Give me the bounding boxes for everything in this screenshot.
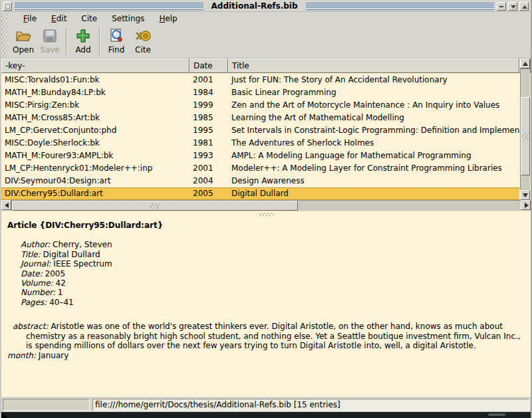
cell-key: MISC:Pirsig:Zen:bk bbox=[1, 100, 190, 110]
status-bar: file:///home/gerrit/Docs/thesis/Addition… bbox=[1, 397, 531, 412]
abstract-field: abstract: Aristotle was one of the world… bbox=[7, 322, 525, 350]
horizontal-scrollbar[interactable] bbox=[1, 200, 531, 211]
resize-corner[interactable] bbox=[1, 412, 7, 418]
field-label: Volume: bbox=[21, 278, 56, 288]
table-row[interactable]: MATH_M:Fourer93:AMPL:bk 1993 AMPL: A Mod… bbox=[1, 150, 519, 162]
table-row[interactable]: MISC:Pirsig:Zen:bk 1999 Zen and the Art … bbox=[1, 98, 519, 111]
toolbar: Open Save Add bbox=[1, 25, 531, 58]
cell-key: MISC:Torvalds01:Fun:bk bbox=[1, 75, 190, 84]
cite-coin-icon bbox=[134, 27, 152, 45]
field-value: Digital Dullard bbox=[43, 250, 100, 259]
table-row[interactable]: MISC:Doyle:Sherlock:bk 1981 The Adventur… bbox=[1, 136, 519, 149]
cell-title: Learning the Art of Mathematical Modelli… bbox=[228, 113, 519, 122]
field-label: Number: bbox=[21, 288, 58, 297]
resize-grip[interactable] bbox=[488, 413, 505, 416]
cell-date: 1999 bbox=[190, 100, 228, 110]
toolbar-separator bbox=[66, 28, 67, 55]
shade-up-button[interactable] bbox=[519, 2, 529, 11]
menu-cite[interactable]: Cite bbox=[78, 13, 100, 25]
cell-key: DIV:Seymour04:Design:art bbox=[1, 176, 190, 185]
month-value: January bbox=[39, 351, 69, 360]
minimize-icon bbox=[499, 6, 503, 7]
menubar-drag-handle[interactable] bbox=[1, 12, 7, 25]
scroll-left-button[interactable] bbox=[1, 200, 11, 210]
triangle-up-icon bbox=[522, 5, 527, 9]
window-menu-button[interactable] bbox=[3, 2, 12, 11]
scroll-down-button[interactable] bbox=[520, 190, 530, 200]
scroll-up-button[interactable] bbox=[520, 58, 530, 68]
field-label: Author: bbox=[21, 240, 53, 249]
detail-field: Volume: 42 bbox=[21, 278, 525, 288]
field-value: 1 bbox=[58, 288, 63, 297]
scroll-right-button[interactable] bbox=[521, 200, 531, 210]
find-label: Find bbox=[108, 45, 125, 54]
cell-key: MATH_M:Bunday84:LP:bk bbox=[1, 88, 190, 97]
column-header-date[interactable]: Date bbox=[190, 58, 228, 73]
cell-title: Set Intervals in Constraint-Logic Progra… bbox=[228, 126, 519, 135]
cell-title: Zen and the Art of Motorcycle Maintenanc… bbox=[228, 100, 519, 110]
pane-divider[interactable] bbox=[1, 211, 531, 216]
save-button[interactable]: Save bbox=[37, 25, 63, 58]
vertical-scroll-track[interactable] bbox=[520, 68, 530, 190]
table-row[interactable]: LM_CP:Gervet:Conjunto:phd 1995 Set Inter… bbox=[1, 124, 519, 136]
save-floppy-icon bbox=[41, 27, 59, 45]
table-row[interactable]: MATH_M:Bunday84:LP:bk 1984 Basic Linear … bbox=[1, 86, 519, 98]
title-bar[interactable]: Additional-Refs.bib bbox=[1, 0, 531, 12]
status-text: file:///home/gerrit/Docs/thesis/Addition… bbox=[92, 399, 529, 411]
table-row[interactable]: DIV:Cherry95:Dullard:art 2005 Digital Du… bbox=[1, 187, 519, 200]
menu-edit[interactable]: Edit bbox=[49, 13, 69, 25]
arrow-up-icon bbox=[523, 62, 528, 66]
window-title: Additional-Refs.bib bbox=[206, 1, 303, 11]
detail-field: Number: 1 bbox=[21, 288, 525, 297]
find-magnifier-icon bbox=[108, 27, 125, 45]
field-value: 40–41 bbox=[49, 298, 74, 307]
table-row[interactable]: LM_CP:Hentenryck01:Modeler++:inp 2001 Mo… bbox=[1, 162, 519, 175]
menu-settings[interactable]: Settings bbox=[109, 13, 147, 25]
thumb-grip-icon bbox=[523, 132, 529, 140]
field-label: Pages: bbox=[21, 298, 49, 307]
cite-button[interactable]: Cite bbox=[130, 25, 156, 58]
open-folder-icon bbox=[15, 27, 32, 45]
menu-help[interactable]: Help bbox=[156, 13, 180, 25]
add-button[interactable]: Add bbox=[70, 25, 96, 58]
cell-date: 1985 bbox=[190, 113, 228, 122]
table-row[interactable]: MISC:Torvalds01:Fun:bk 2001 Just for FUN… bbox=[1, 73, 519, 86]
toolbar-drag-handle[interactable] bbox=[1, 25, 7, 58]
minimize-button[interactable] bbox=[497, 2, 506, 11]
reference-list: -key- Date Title MISC:Torvalds01:Fun:bk … bbox=[1, 58, 531, 200]
titlebar-stripes-left bbox=[15, 3, 203, 11]
open-label: Open bbox=[13, 45, 34, 54]
cell-key: LM_CP:Gervet:Conjunto:phd bbox=[1, 126, 190, 135]
table-row[interactable]: MATH_M:Cross85:Art:bk 1985 Learning the … bbox=[1, 111, 519, 124]
find-button[interactable]: Find bbox=[103, 25, 130, 58]
cell-key: MATH_M:Cross85:Art:bk bbox=[1, 113, 190, 122]
table-row[interactable]: DIV:Seymour04:Design:art 2004 Design Awa… bbox=[1, 175, 519, 187]
progress-bar bbox=[3, 399, 90, 411]
month-field: month: January bbox=[7, 351, 525, 360]
detail-field: Author: Cherry, Steven bbox=[21, 240, 525, 249]
cell-date: 2001 bbox=[190, 75, 228, 84]
cell-key: LM_CP:Hentenryck01:Modeler++:inp bbox=[1, 163, 190, 173]
open-button[interactable]: Open bbox=[10, 25, 37, 58]
horizontal-scroll-thumb[interactable] bbox=[12, 201, 298, 211]
cell-title: Basic Linear Programming bbox=[228, 88, 519, 97]
save-label: Save bbox=[40, 45, 59, 54]
field-value: 42 bbox=[56, 278, 66, 288]
vertical-scroll-thumb[interactable] bbox=[521, 97, 530, 175]
detail-fields: Author: Cherry, Steven Title: Digital Du… bbox=[21, 240, 525, 307]
cell-title: Modeler++: A Modeling Layer for Constrai… bbox=[228, 163, 519, 173]
cell-date: 2005 bbox=[190, 189, 228, 198]
vertical-scrollbar[interactable] bbox=[520, 58, 530, 200]
detail-field: Title: Digital Dullard bbox=[21, 250, 525, 259]
cite-label: Cite bbox=[135, 45, 151, 54]
shade-down-button[interactable] bbox=[508, 2, 517, 11]
window-bottom-frame bbox=[1, 412, 531, 418]
entry-detail-pane: Article {DIV:Cherry95:Dullard:art} Autho… bbox=[1, 216, 531, 397]
column-header-key[interactable]: -key- bbox=[1, 58, 190, 73]
column-header-title[interactable]: Title bbox=[228, 58, 519, 73]
menu-file[interactable]: File bbox=[21, 13, 39, 25]
entry-heading: Article {DIV:Cherry95:Dullard:art} bbox=[7, 221, 525, 230]
horizontal-scroll-track[interactable] bbox=[11, 200, 521, 211]
field-label: Date: bbox=[21, 269, 45, 278]
table-header: -key- Date Title bbox=[1, 58, 531, 73]
